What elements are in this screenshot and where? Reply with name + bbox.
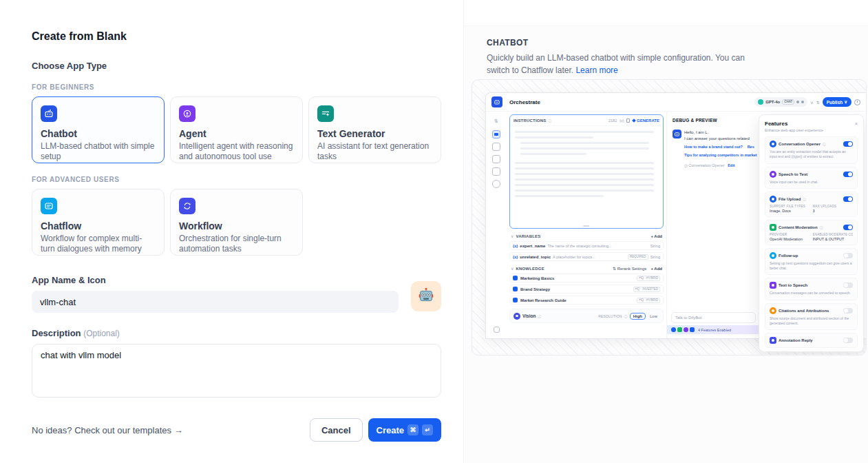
page-title: Create from Blank xyxy=(32,30,441,43)
features-heading: Features xyxy=(765,121,787,127)
app-name-input[interactable] xyxy=(32,291,399,313)
chevron-down-icon: ∨ xyxy=(511,266,514,271)
arrow-right-icon: → xyxy=(174,425,183,435)
right-panel: CHATBOT Quickly build an LLM-based chatb… xyxy=(463,0,868,463)
info-icon: ⓘ xyxy=(548,119,551,123)
preview-sidebar: ⇅ xyxy=(486,112,507,338)
annotation-reply-icon xyxy=(770,337,776,344)
sliders-icon: ⇅ xyxy=(816,100,820,105)
knowledge-name: Marketing Basics xyxy=(520,276,634,280)
generate-button: GENERATE xyxy=(633,119,659,123)
preview-heading: CHATBOT xyxy=(487,38,868,48)
feature-desc: Setting up next questions suggestion can… xyxy=(770,261,853,271)
app-type-card-workflow[interactable]: Workflow Orchestration for single-turn a… xyxy=(170,189,303,256)
feature-name: Content Moderation xyxy=(779,225,818,229)
chevron-down-icon: ∨ xyxy=(810,100,813,105)
meta-key: ENABLED MODERATE CONTENT xyxy=(813,233,854,236)
meta-key: MAX UPLOADS xyxy=(813,205,854,208)
toggle-off xyxy=(843,308,853,313)
follow-up-icon xyxy=(770,252,776,259)
model-mini-icon xyxy=(801,101,804,103)
app-type-card-text-generator[interactable]: Text Generator AI assistant for text gen… xyxy=(308,96,441,163)
meta-key: SUPPORT FILE TYPES xyxy=(770,205,810,208)
templates-link-text: No ideas? Check out our templates xyxy=(32,425,171,435)
bot-avatar xyxy=(673,130,681,138)
toggle-on xyxy=(843,141,853,147)
resolution-label: RESOLUTION xyxy=(598,314,622,318)
feature-item-content-moderation: Content Moderation ⓘ PROVIDER ENABLED MO… xyxy=(765,220,858,245)
vision-row: Vision ⓘ RESOLUTION ⓘ High Low xyxy=(509,309,664,323)
knowledge-name: Brand Strategy xyxy=(520,287,631,291)
sidebar-icon xyxy=(492,155,500,163)
meta-value: OpenAI Moderation xyxy=(770,237,810,241)
variable-type: String xyxy=(650,244,660,248)
feature-desc: Voice input can be used in chat. xyxy=(770,180,853,185)
resolution-low-option: Low xyxy=(648,313,659,319)
description-optional-text: (Optional) xyxy=(83,329,120,338)
knowledge-row: Market Research Guide HQ · HYBRID xyxy=(509,296,664,305)
feature-mini-icon xyxy=(690,327,695,332)
add-variable-button: + Add xyxy=(650,234,662,238)
app-type-card-chatflow[interactable]: Chatflow Workflow for complex multi-turn… xyxy=(32,189,165,256)
feature-name: Follow-up xyxy=(779,254,798,258)
model-name: GPT-4o xyxy=(765,100,780,104)
variable-type: String xyxy=(650,255,660,259)
features-enabled-label: 4 Features Enabled xyxy=(698,328,731,332)
description-label: Description (Optional) xyxy=(32,328,441,338)
feature-desc: You are an entity extraction model that … xyxy=(770,150,853,160)
robot-emoji-icon xyxy=(417,287,435,307)
microphone-icon xyxy=(770,171,776,178)
meta-value: 3 xyxy=(813,209,854,213)
card-desc: Workflow for complex multi-turn dialogue… xyxy=(41,234,156,254)
toggle-off xyxy=(843,282,853,288)
app-type-card-agent[interactable]: Agent Intelligent agent with reasoning a… xyxy=(170,96,303,163)
templates-link[interactable]: No ideas? Check out our templates → xyxy=(32,425,183,435)
meta-value: INPUT & OUTPUT xyxy=(813,237,854,241)
model-selector: GPT-4o CHAT xyxy=(754,97,807,107)
app-icon-picker-button[interactable] xyxy=(411,281,441,311)
document-icon xyxy=(513,276,518,280)
feature-item-follow-up: Follow-up Setting up next questions sugg… xyxy=(765,248,858,276)
app-preview-image: Orchestrate GPT-4o CHAT ∨ ⇅ Publish xyxy=(472,79,867,356)
beginner-cards: Chatbot LLM-based chatbot with simple se… xyxy=(32,96,441,163)
publish-label: Publish xyxy=(827,100,843,105)
knowledge-row: Brand Strategy HQ · INVERTED xyxy=(509,285,664,294)
card-desc: Intelligent agent with reasoning and aut… xyxy=(179,141,294,162)
description-textarea[interactable]: chat with vllm model xyxy=(32,344,441,398)
feature-name: Speech to Text xyxy=(779,172,807,176)
card-title: Text Generator xyxy=(317,128,432,139)
card-title: Chatbot xyxy=(41,128,156,139)
swap-icon: ⇅ xyxy=(492,118,500,126)
variable-desc: A placeholder for topics... xyxy=(553,255,626,259)
rerank-icon: ⇅ xyxy=(613,267,616,271)
card-title: Agent xyxy=(179,128,294,139)
chevron-down-icon: ∨ xyxy=(844,99,847,105)
knowledge-row: Marketing Basics HQ · HYBRID xyxy=(509,274,664,282)
sidebar-bottom-icon xyxy=(494,327,500,333)
features-enabled-bar: 4 Features Enabled xyxy=(667,325,760,334)
cancel-button[interactable]: Cancel xyxy=(310,418,363,442)
create-app-modal: Create from Blank Choose App Type FOR BE… xyxy=(0,0,868,463)
publish-button: Publish ∨ xyxy=(823,97,851,107)
toggle-on xyxy=(843,225,853,230)
feature-mini-icon xyxy=(671,327,676,332)
feature-desc: Conversation messages can be converted t… xyxy=(770,291,853,296)
chat-message: Hello, I am L. I can answer your questio… xyxy=(667,130,760,168)
app-type-card-chatbot[interactable]: Chatbot LLM-based chatbot with simple se… xyxy=(32,96,165,163)
learn-more-link[interactable]: Learn more xyxy=(575,65,617,75)
variable-row: {x} unrelated_topic A placeholder for to… xyxy=(509,252,664,261)
feature-name: Annotation Reply xyxy=(779,338,813,342)
app-avatar-icon xyxy=(491,96,502,107)
chevron-down-icon: ∨ xyxy=(511,234,514,238)
sidebar-icon xyxy=(492,167,500,176)
meta-key: PROVIDER xyxy=(770,233,810,236)
rerank-settings-button: ⇅ Rerank Settings xyxy=(613,266,646,271)
choose-app-type-heading: Choose App Type xyxy=(32,61,441,71)
variable-row: {x} expert_name The name of the strategi… xyxy=(509,241,664,250)
suggested-question: Bes xyxy=(748,145,754,149)
create-button[interactable]: Create ⌘ ↵ xyxy=(368,418,441,442)
rerank-label: Rerank Settings xyxy=(617,267,647,271)
sidebar-icon xyxy=(492,180,500,188)
description-label-text: Description xyxy=(32,328,81,338)
resolution-high-option: High xyxy=(630,313,646,320)
